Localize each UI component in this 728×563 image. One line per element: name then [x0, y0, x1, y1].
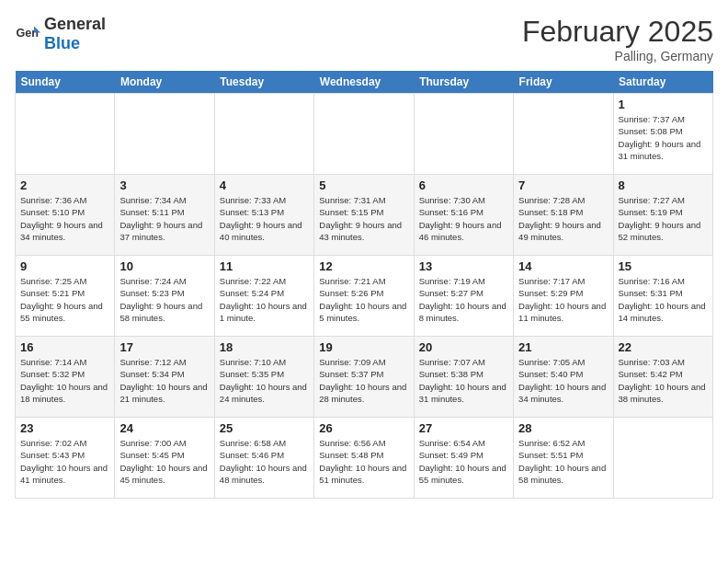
day-number: 12	[319, 259, 408, 273]
day-info: Sunrise: 7:02 AM Sunset: 5:43 PM Dayligh…	[20, 437, 109, 486]
calendar-cell: 23Sunrise: 7:02 AM Sunset: 5:43 PM Dayli…	[16, 418, 115, 499]
calendar-cell: 13Sunrise: 7:19 AM Sunset: 5:27 PM Dayli…	[414, 256, 513, 337]
calendar-cell: 6Sunrise: 7:30 AM Sunset: 5:16 PM Daylig…	[414, 175, 513, 256]
day-number: 28	[518, 421, 608, 435]
col-sunday: Sunday	[16, 71, 115, 94]
day-number: 6	[419, 178, 508, 192]
logo-text: General Blue	[44, 15, 106, 53]
header-row: Sunday Monday Tuesday Wednesday Thursday…	[16, 71, 713, 94]
day-number: 22	[619, 340, 708, 354]
day-number: 15	[619, 259, 708, 273]
calendar-cell: 27Sunrise: 6:54 AM Sunset: 5:49 PM Dayli…	[414, 418, 513, 499]
day-info: Sunrise: 7:28 AM Sunset: 5:18 PM Dayligh…	[518, 194, 608, 243]
calendar-cell: 4Sunrise: 7:33 AM Sunset: 5:13 PM Daylig…	[214, 175, 313, 256]
day-info: Sunrise: 7:33 AM Sunset: 5:13 PM Dayligh…	[220, 194, 309, 243]
month-title: February 2025	[522, 15, 713, 49]
calendar-cell: 24Sunrise: 7:00 AM Sunset: 5:45 PM Dayli…	[115, 418, 214, 499]
day-info: Sunrise: 7:37 AM Sunset: 5:08 PM Dayligh…	[619, 113, 708, 162]
col-friday: Friday	[514, 71, 613, 94]
day-number: 9	[20, 259, 109, 273]
day-info: Sunrise: 6:56 AM Sunset: 5:48 PM Dayligh…	[319, 437, 408, 486]
calendar-cell: 15Sunrise: 7:16 AM Sunset: 5:31 PM Dayli…	[613, 256, 712, 337]
day-number: 17	[119, 340, 209, 354]
day-info: Sunrise: 6:54 AM Sunset: 5:49 PM Dayligh…	[419, 437, 508, 486]
day-number: 27	[419, 421, 508, 435]
day-info: Sunrise: 6:52 AM Sunset: 5:51 PM Dayligh…	[518, 437, 608, 486]
logo: Gen General Blue	[15, 15, 106, 53]
calendar-cell: 14Sunrise: 7:17 AM Sunset: 5:29 PM Dayli…	[514, 256, 613, 337]
logo-general: General	[44, 15, 106, 33]
day-number: 21	[518, 340, 608, 354]
calendar-cell: 25Sunrise: 6:58 AM Sunset: 5:46 PM Dayli…	[214, 418, 313, 499]
calendar-cell: 7Sunrise: 7:28 AM Sunset: 5:18 PM Daylig…	[514, 175, 613, 256]
calendar-cell: 9Sunrise: 7:25 AM Sunset: 5:21 PM Daylig…	[16, 256, 115, 337]
logo-blue: Blue	[44, 34, 80, 52]
calendar-cell: 3Sunrise: 7:34 AM Sunset: 5:11 PM Daylig…	[115, 175, 214, 256]
day-number: 20	[419, 340, 508, 354]
calendar-cell: 8Sunrise: 7:27 AM Sunset: 5:19 PM Daylig…	[613, 175, 712, 256]
calendar-cell	[314, 94, 414, 175]
calendar-cell: 18Sunrise: 7:10 AM Sunset: 5:35 PM Dayli…	[214, 337, 313, 418]
day-number: 18	[220, 340, 309, 354]
col-thursday: Thursday	[414, 71, 513, 94]
day-info: Sunrise: 7:19 AM Sunset: 5:27 PM Dayligh…	[419, 275, 508, 324]
day-info: Sunrise: 7:22 AM Sunset: 5:24 PM Dayligh…	[220, 275, 309, 324]
day-info: Sunrise: 7:21 AM Sunset: 5:26 PM Dayligh…	[319, 275, 408, 324]
day-number: 10	[119, 259, 209, 273]
day-number: 13	[419, 259, 508, 273]
calendar-cell: 17Sunrise: 7:12 AM Sunset: 5:34 PM Dayli…	[115, 337, 214, 418]
calendar-cell: 2Sunrise: 7:36 AM Sunset: 5:10 PM Daylig…	[16, 175, 115, 256]
week-row-4: 16Sunrise: 7:14 AM Sunset: 5:32 PM Dayli…	[16, 337, 713, 418]
day-number: 5	[319, 178, 408, 192]
day-info: Sunrise: 7:05 AM Sunset: 5:40 PM Dayligh…	[518, 356, 608, 405]
calendar-cell: 19Sunrise: 7:09 AM Sunset: 5:37 PM Dayli…	[314, 337, 414, 418]
day-number: 8	[619, 178, 708, 192]
day-info: Sunrise: 7:31 AM Sunset: 5:15 PM Dayligh…	[319, 194, 408, 243]
day-info: Sunrise: 7:34 AM Sunset: 5:11 PM Dayligh…	[119, 194, 209, 243]
day-number: 19	[319, 340, 408, 354]
calendar-cell: 21Sunrise: 7:05 AM Sunset: 5:40 PM Dayli…	[514, 337, 613, 418]
calendar-cell: 1Sunrise: 7:37 AM Sunset: 5:08 PM Daylig…	[613, 94, 712, 175]
location-title: Palling, Germany	[522, 49, 713, 63]
day-info: Sunrise: 7:16 AM Sunset: 5:31 PM Dayligh…	[619, 275, 708, 324]
week-row-1: 1Sunrise: 7:37 AM Sunset: 5:08 PM Daylig…	[16, 94, 713, 175]
calendar-cell: 22Sunrise: 7:03 AM Sunset: 5:42 PM Dayli…	[613, 337, 712, 418]
day-info: Sunrise: 7:09 AM Sunset: 5:37 PM Dayligh…	[319, 356, 408, 405]
col-saturday: Saturday	[613, 71, 712, 94]
day-info: Sunrise: 7:25 AM Sunset: 5:21 PM Dayligh…	[20, 275, 109, 324]
day-info: Sunrise: 7:27 AM Sunset: 5:19 PM Dayligh…	[619, 194, 708, 243]
calendar-cell: 5Sunrise: 7:31 AM Sunset: 5:15 PM Daylig…	[314, 175, 414, 256]
day-number: 25	[220, 421, 309, 435]
day-info: Sunrise: 7:24 AM Sunset: 5:23 PM Dayligh…	[119, 275, 209, 324]
day-number: 2	[20, 178, 109, 192]
day-info: Sunrise: 7:10 AM Sunset: 5:35 PM Dayligh…	[220, 356, 309, 405]
page-header: Gen General Blue February 2025 Palling, …	[15, 15, 713, 63]
logo-icon: Gen	[15, 21, 40, 47]
day-info: Sunrise: 7:12 AM Sunset: 5:34 PM Dayligh…	[119, 356, 209, 405]
calendar-cell	[414, 94, 513, 175]
calendar-cell	[613, 418, 712, 499]
day-number: 4	[220, 178, 309, 192]
col-wednesday: Wednesday	[314, 71, 414, 94]
day-number: 26	[319, 421, 408, 435]
week-row-3: 9Sunrise: 7:25 AM Sunset: 5:21 PM Daylig…	[16, 256, 713, 337]
day-info: Sunrise: 7:00 AM Sunset: 5:45 PM Dayligh…	[119, 437, 209, 486]
day-number: 14	[518, 259, 608, 273]
day-number: 1	[619, 98, 708, 111]
calendar-cell: 11Sunrise: 7:22 AM Sunset: 5:24 PM Dayli…	[214, 256, 313, 337]
day-info: Sunrise: 7:17 AM Sunset: 5:29 PM Dayligh…	[518, 275, 608, 324]
day-info: Sunrise: 7:36 AM Sunset: 5:10 PM Dayligh…	[20, 194, 109, 243]
calendar-cell: 20Sunrise: 7:07 AM Sunset: 5:38 PM Dayli…	[414, 337, 513, 418]
day-info: Sunrise: 7:03 AM Sunset: 5:42 PM Dayligh…	[619, 356, 708, 405]
calendar-cell: 10Sunrise: 7:24 AM Sunset: 5:23 PM Dayli…	[115, 256, 214, 337]
calendar-cell: 28Sunrise: 6:52 AM Sunset: 5:51 PM Dayli…	[514, 418, 613, 499]
calendar-cell	[514, 94, 613, 175]
day-number: 24	[119, 421, 209, 435]
day-info: Sunrise: 7:07 AM Sunset: 5:38 PM Dayligh…	[419, 356, 508, 405]
day-number: 16	[20, 340, 109, 354]
calendar-cell	[115, 94, 214, 175]
day-number: 11	[220, 259, 309, 273]
week-row-5: 23Sunrise: 7:02 AM Sunset: 5:43 PM Dayli…	[16, 418, 713, 499]
col-monday: Monday	[115, 71, 214, 94]
day-info: Sunrise: 7:30 AM Sunset: 5:16 PM Dayligh…	[419, 194, 508, 243]
